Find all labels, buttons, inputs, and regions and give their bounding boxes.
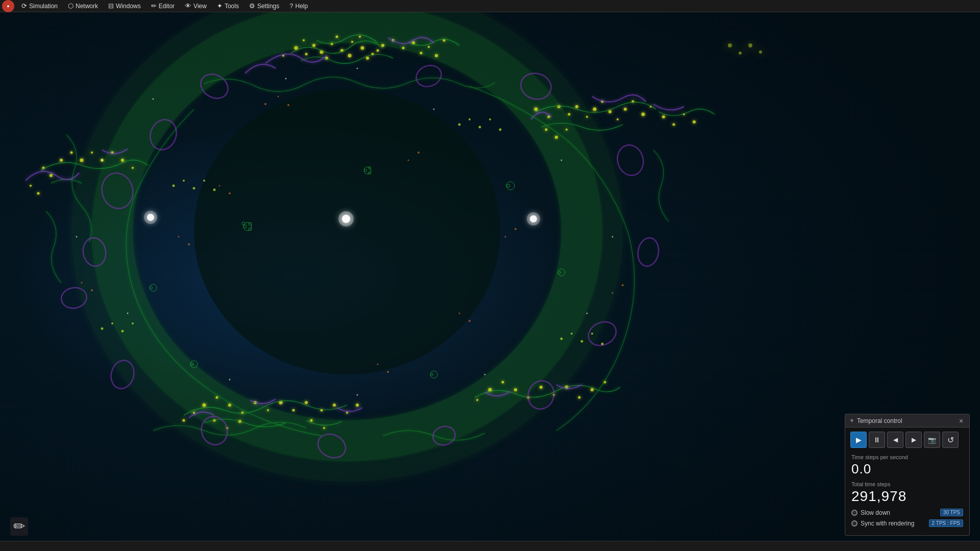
svg-point-65	[241, 412, 244, 414]
svg-point-169	[173, 185, 175, 187]
svg-point-23	[402, 47, 405, 49]
sync-rendering-label: Sync with rendering	[861, 520, 914, 527]
menu-network-label: Network	[76, 3, 98, 10]
network-icon: ⬡	[68, 2, 74, 10]
menu-settings[interactable]: ⚙ Settings	[244, 0, 284, 12]
menu-settings-label: Settings	[257, 3, 279, 10]
menu-simulation[interactable]: ⟳ Simulation	[16, 0, 63, 12]
svg-point-118	[484, 374, 486, 375]
svg-point-106	[505, 236, 506, 238]
svg-point-94	[278, 96, 279, 97]
svg-point-167	[748, 43, 752, 47]
svg-point-72	[305, 401, 308, 404]
svg-point-185	[111, 322, 113, 324]
svg-point-59	[132, 167, 134, 169]
svg-point-51	[70, 152, 73, 154]
svg-point-107	[514, 228, 517, 230]
next-step-button[interactable]: ▶	[905, 432, 922, 448]
menu-help[interactable]: ? Help	[284, 0, 313, 12]
network-svg	[0, 12, 980, 541]
total-steps-label: Total time steps	[851, 481, 963, 487]
svg-point-18	[348, 54, 352, 58]
svg-point-63	[216, 396, 218, 399]
svg-point-61	[37, 192, 40, 195]
menu-tools[interactable]: ✦ Tools	[212, 0, 244, 12]
svg-point-174	[458, 123, 461, 126]
svg-point-95	[287, 104, 289, 106]
play-icon: ▶	[856, 436, 862, 444]
slow-down-badge: 30 TPS	[940, 509, 963, 516]
prev-step-button[interactable]: ◀	[887, 432, 903, 448]
slow-down-radio[interactable]	[851, 510, 857, 516]
slow-down-label: Slow down	[861, 509, 890, 516]
svg-point-178	[499, 129, 502, 131]
screenshot-button[interactable]: 📷	[924, 432, 940, 448]
temporal-controls: ▶ ⏸ ◀ ▶ 📷 ↺	[845, 428, 969, 452]
svg-point-70	[183, 419, 185, 422]
pause-button[interactable]: ⏸	[869, 432, 885, 448]
menu-view[interactable]: 👁 View	[180, 0, 212, 12]
svg-point-86	[540, 386, 543, 389]
network-background	[0, 12, 980, 541]
sync-rendering-radio[interactable]	[851, 520, 857, 527]
temporal-header: ▼ Temporal control ×	[845, 414, 969, 428]
svg-point-7	[303, 39, 305, 41]
svg-point-6	[312, 44, 315, 47]
svg-point-181	[581, 340, 583, 343]
svg-point-27	[435, 54, 438, 57]
svg-point-17	[336, 36, 338, 38]
svg-point-26	[428, 46, 430, 48]
menu-editor-label: Editor	[159, 3, 175, 10]
svg-point-44	[555, 136, 558, 139]
svg-point-29	[534, 108, 538, 111]
svg-point-50	[60, 159, 63, 162]
menubar: ● ⟳ Simulation ⬡ Network ⊟ Windows ✏ Edi…	[0, 0, 980, 12]
svg-point-12	[361, 46, 364, 50]
svg-point-67	[267, 409, 269, 411]
temporal-close-button[interactable]: ×	[957, 417, 965, 425]
svg-point-99	[188, 243, 190, 245]
svg-point-21	[377, 49, 379, 52]
menu-windows[interactable]: ⊟ Windows	[103, 0, 146, 12]
reset-button[interactable]: ↺	[942, 432, 959, 448]
svg-point-113	[357, 68, 358, 69]
slow-down-left: Slow down	[851, 509, 890, 516]
svg-point-19	[359, 36, 361, 38]
svg-point-186	[121, 330, 124, 333]
sync-rendering-badge: 2 TPS : FPS	[929, 519, 963, 527]
svg-point-108	[81, 282, 83, 284]
temporal-chevron-icon: ▼	[849, 418, 854, 423]
svg-point-25	[420, 52, 423, 55]
menu-editor[interactable]: ✏ Editor	[146, 0, 180, 12]
simulation-canvas[interactable]	[0, 12, 980, 541]
svg-point-173	[213, 189, 216, 191]
menu-tools-label: Tools	[225, 3, 239, 10]
view-icon: 👁	[185, 2, 191, 10]
svg-point-11	[351, 41, 353, 43]
edit-button[interactable]: ✏	[10, 517, 28, 536]
svg-point-160	[338, 211, 354, 227]
menu-simulation-label: Simulation	[29, 3, 58, 10]
svg-point-39	[624, 108, 627, 111]
svg-point-32	[568, 113, 571, 116]
app-logo[interactable]: ●	[2, 0, 14, 12]
svg-point-74	[333, 404, 336, 407]
svg-point-115	[561, 160, 562, 161]
svg-point-180	[571, 333, 573, 335]
svg-point-98	[178, 236, 180, 238]
play-button[interactable]: ▶	[850, 432, 867, 448]
svg-point-176	[479, 126, 481, 129]
svg-point-164	[527, 212, 540, 226]
menu-network[interactable]: ⬡ Network	[63, 0, 103, 12]
svg-point-121	[127, 313, 129, 314]
svg-point-177	[489, 118, 491, 120]
svg-point-117	[586, 313, 588, 314]
tps-label: Time steps per second	[851, 454, 963, 460]
svg-point-14	[381, 44, 384, 47]
svg-point-1	[194, 89, 500, 374]
svg-point-31	[557, 105, 560, 108]
svg-point-58	[121, 159, 124, 162]
reset-icon: ↺	[947, 435, 954, 445]
temporal-title: Temporal control	[857, 417, 902, 424]
svg-point-162	[144, 211, 157, 224]
